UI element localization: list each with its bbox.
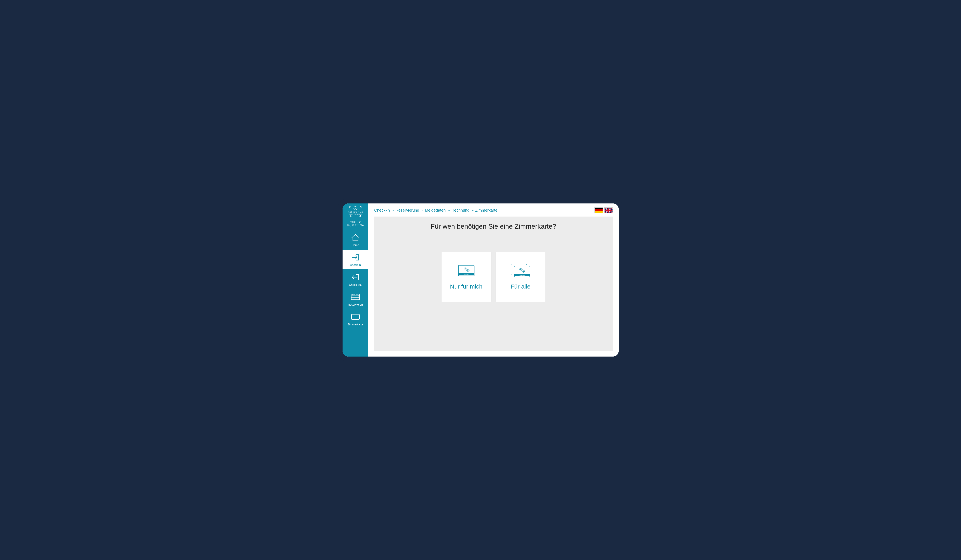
breadcrumb-item[interactable]: Reservierung bbox=[395, 208, 419, 213]
option-for-all[interactable]: Keycard Für bbox=[496, 252, 545, 302]
brand-logo: R RESIDENCE MODERN DESIGN HOTEL bbox=[342, 204, 368, 219]
main: Check-in » Reservierung » Meldedaten » R… bbox=[368, 204, 619, 356]
svg-text:Keycard: Keycard bbox=[464, 274, 469, 275]
sidebar-item-label: Check-out bbox=[349, 283, 362, 286]
clock: 19:32 Uhr Mo, 16.12.2020 bbox=[342, 219, 368, 230]
svg-rect-5 bbox=[353, 294, 355, 295]
single-keycard-icon: Keycard bbox=[456, 264, 476, 278]
residence-logo-icon: R RESIDENCE MODERN DESIGN HOTEL bbox=[346, 205, 365, 218]
breadcrumb: Check-in » Reservierung » Meldedaten » R… bbox=[374, 208, 497, 213]
sidebar: R RESIDENCE MODERN DESIGN HOTEL 19:32 Uh… bbox=[342, 204, 368, 356]
sidebar-item-label: Home bbox=[352, 244, 359, 247]
language-switcher bbox=[595, 207, 613, 213]
flag-de[interactable] bbox=[595, 207, 603, 213]
svg-rect-4 bbox=[352, 295, 359, 297]
breadcrumb-item[interactable]: Zimmerkarte bbox=[475, 208, 497, 213]
sidebar-item-home[interactable]: Home bbox=[342, 230, 368, 249]
sidebar-item-label: Zimmerkarte bbox=[347, 323, 363, 326]
sidebar-item-reservieren[interactable]: Reservieren bbox=[342, 289, 368, 309]
sidebar-nav: Home Check-in Check-out bbox=[342, 230, 368, 329]
option-label: Nur für mich bbox=[450, 283, 482, 290]
bed-icon bbox=[350, 293, 360, 301]
screen: R RESIDENCE MODERN DESIGN HOTEL 19:32 Uh… bbox=[342, 204, 619, 356]
device-frame: R RESIDENCE MODERN DESIGN HOTEL 19:32 Uh… bbox=[338, 199, 624, 361]
sidebar-item-label: Check-in bbox=[350, 263, 361, 266]
option-label: Für alle bbox=[511, 283, 530, 290]
sidebar-item-checkout[interactable]: Check-out bbox=[342, 270, 368, 289]
svg-rect-6 bbox=[356, 294, 358, 295]
page-title: Für wen benötigen Sie eine Zimmerkarte? bbox=[431, 223, 556, 230]
checkin-icon bbox=[351, 254, 360, 262]
sidebar-item-label: Reservieren bbox=[348, 303, 363, 306]
chevron-right-icon: » bbox=[421, 209, 423, 212]
home-icon bbox=[351, 234, 360, 242]
checkout-icon bbox=[351, 273, 360, 281]
sidebar-item-checkin[interactable]: Check-in bbox=[342, 250, 368, 269]
breadcrumb-item[interactable]: Rechnung bbox=[452, 208, 469, 213]
breadcrumb-item[interactable]: Check-in bbox=[374, 208, 390, 213]
sidebar-item-zimmerkarte[interactable]: Zimmerkarte bbox=[342, 309, 368, 329]
svg-rect-7 bbox=[352, 314, 359, 319]
brand-name-text: RESIDENCE bbox=[347, 210, 363, 213]
breadcrumb-item[interactable]: Meldedaten bbox=[425, 208, 446, 213]
option-only-me[interactable]: Keycard Nur bbox=[442, 252, 491, 302]
svg-text:Keycard: Keycard bbox=[519, 274, 525, 276]
multi-keycard-icon: Keycard bbox=[510, 264, 532, 278]
svg-rect-13 bbox=[604, 210, 613, 211]
clock-date: Mo, 16.12.2020 bbox=[343, 224, 368, 227]
svg-text:R: R bbox=[355, 207, 356, 209]
clock-time: 19:32 Uhr bbox=[343, 220, 368, 224]
content-panel: Für wen benötigen Sie eine Zimmerkarte? bbox=[374, 217, 613, 351]
options-row: Keycard Nur bbox=[442, 252, 545, 302]
svg-text:MODERN DESIGN HOTEL: MODERN DESIGN HOTEL bbox=[349, 214, 362, 215]
chevron-right-icon: » bbox=[448, 209, 450, 212]
flag-uk[interactable] bbox=[604, 207, 613, 213]
topbar: Check-in » Reservierung » Meldedaten » R… bbox=[368, 204, 619, 217]
chevron-right-icon: » bbox=[392, 209, 394, 212]
keycard-icon bbox=[351, 313, 360, 321]
chevron-right-icon: » bbox=[471, 209, 473, 212]
